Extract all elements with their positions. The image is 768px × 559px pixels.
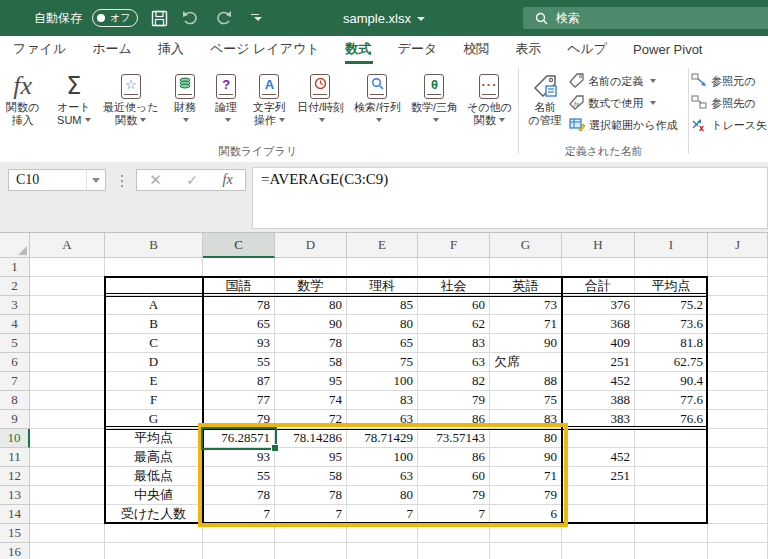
ribbon-tab-1[interactable]: ファイル (0, 36, 79, 64)
select-all-corner[interactable] (0, 233, 30, 258)
cell-C8[interactable]: 77 (203, 391, 275, 410)
cell-J7[interactable] (708, 372, 768, 391)
cell-C4[interactable]: 65 (203, 315, 275, 334)
cell-I7[interactable]: 90.4 (635, 372, 708, 391)
quick-access-chevron-icon[interactable] (244, 7, 266, 29)
cell-I6[interactable]: 62.75 (635, 353, 708, 372)
ribbon-button-trace-precedents[interactable]: 参照元の (691, 72, 768, 90)
ribbon-tab-3[interactable]: 挿入 (145, 36, 197, 64)
cell-I13[interactable] (635, 486, 708, 505)
ribbon-button-autosum[interactable]: ΣオートSUM (50, 69, 97, 127)
cell-J8[interactable] (708, 391, 768, 410)
ribbon-button-lookup-reference[interactable]: 検索/行列 (349, 69, 406, 127)
cell-J3[interactable] (708, 296, 768, 315)
row-header-15[interactable]: 15 (0, 524, 30, 543)
cell-B4[interactable]: B (105, 315, 203, 334)
ribbon-button-remove-arrows[interactable]: xトレース矢 (691, 116, 768, 134)
cell-H6[interactable]: 251 (562, 353, 635, 372)
cell-F16[interactable] (418, 543, 490, 559)
ribbon-button-math-trig[interactable]: θ数学/三角 (406, 69, 463, 127)
cell-F6[interactable]: 63 (418, 353, 490, 372)
cell-I16[interactable] (635, 543, 708, 559)
cell-B15[interactable] (105, 524, 203, 543)
fill-handle[interactable] (271, 444, 279, 452)
name-box-dropdown[interactable] (86, 170, 105, 190)
cell-I1[interactable] (635, 258, 708, 277)
search-box[interactable]: 検索 (523, 7, 768, 29)
cell-I12[interactable] (635, 467, 708, 486)
cell-B6[interactable]: D (105, 353, 203, 372)
row-header-14[interactable]: 14 (0, 505, 30, 524)
ribbon-tab-6[interactable]: データ (385, 36, 451, 64)
column-header-C[interactable]: C (203, 233, 275, 258)
column-header-F[interactable]: F (418, 233, 490, 258)
cell-I8[interactable]: 77.6 (635, 391, 708, 410)
cell-D3[interactable]: 80 (275, 296, 347, 315)
cell-A3[interactable] (30, 296, 105, 315)
column-header-I[interactable]: I (635, 233, 708, 258)
cell-E8[interactable]: 83 (347, 391, 418, 410)
column-header-G[interactable]: G (490, 233, 562, 258)
cell-E4[interactable]: 80 (347, 315, 418, 334)
cell-B12[interactable]: 最低点 (105, 467, 203, 486)
cell-A13[interactable] (30, 486, 105, 505)
cell-A8[interactable] (30, 391, 105, 410)
row-header-4[interactable]: 4 (0, 315, 30, 334)
ribbon-button-use-in-formula[interactable]: fx数式で使用 (569, 94, 678, 112)
ribbon-button-logical[interactable]: ?論理 (205, 69, 246, 127)
cell-C3[interactable]: 78 (203, 296, 275, 315)
cell-H10[interactable] (562, 429, 635, 448)
cell-F3[interactable]: 60 (418, 296, 490, 315)
cell-I5[interactable]: 81.8 (635, 334, 708, 353)
cell-C7[interactable]: 87 (203, 372, 275, 391)
column-header-B[interactable]: B (105, 233, 203, 258)
row-header-12[interactable]: 12 (0, 467, 30, 486)
cell-A15[interactable] (30, 524, 105, 543)
row-header-5[interactable]: 5 (0, 334, 30, 353)
undo-icon[interactable] (180, 7, 202, 29)
cell-I4[interactable]: 73.6 (635, 315, 708, 334)
cell-B3[interactable]: A (105, 296, 203, 315)
cell-A5[interactable] (30, 334, 105, 353)
row-header-2[interactable]: 2 (0, 277, 30, 296)
row-header-8[interactable]: 8 (0, 391, 30, 410)
cell-J16[interactable] (708, 543, 768, 559)
column-header-E[interactable]: E (347, 233, 418, 258)
row-header-3[interactable]: 3 (0, 296, 30, 315)
cell-A6[interactable] (30, 353, 105, 372)
cell-E6[interactable]: 75 (347, 353, 418, 372)
cell-J13[interactable] (708, 486, 768, 505)
formula-input[interactable]: =AVERAGE(C3:C9) (252, 167, 768, 229)
cell-A1[interactable] (30, 258, 105, 277)
cell-A2[interactable] (30, 277, 105, 296)
cell-H16[interactable] (562, 543, 635, 559)
ribbon-button-date-time[interactable]: 日付/時刻 (292, 69, 349, 127)
ribbon-tab-8[interactable]: 表示 (502, 36, 554, 64)
cell-D5[interactable]: 78 (275, 334, 347, 353)
ribbon-button-insert-function[interactable]: fx関数の挿入 (0, 69, 45, 127)
cell-F5[interactable]: 83 (418, 334, 490, 353)
cell-H13[interactable] (562, 486, 635, 505)
cell-F1[interactable] (418, 258, 490, 277)
cell-A12[interactable] (30, 467, 105, 486)
autosave-toggle[interactable]: オフ (92, 9, 138, 27)
ribbon-tab-9[interactable]: ヘルプ (554, 36, 620, 64)
cell-A7[interactable] (30, 372, 105, 391)
cell-E16[interactable] (347, 543, 418, 559)
cell-G5[interactable]: 90 (490, 334, 562, 353)
column-header-H[interactable]: H (562, 233, 635, 258)
cell-G16[interactable] (490, 543, 562, 559)
cell-B5[interactable]: C (105, 334, 203, 353)
cell-I10[interactable] (635, 429, 708, 448)
cell-H8[interactable]: 388 (562, 391, 635, 410)
ribbon-button-more-functions[interactable]: ···その他の関数 (463, 69, 516, 127)
cell-E7[interactable]: 100 (347, 372, 418, 391)
cell-C1[interactable] (203, 258, 275, 277)
cell-H5[interactable]: 409 (562, 334, 635, 353)
cell-J9[interactable] (708, 410, 768, 429)
cell-A11[interactable] (30, 448, 105, 467)
row-header-11[interactable]: 11 (0, 448, 30, 467)
cell-H15[interactable] (562, 524, 635, 543)
ribbon-button-recent-functions[interactable]: ☆最近使った関数 (97, 69, 164, 127)
column-header-A[interactable]: A (30, 233, 105, 258)
